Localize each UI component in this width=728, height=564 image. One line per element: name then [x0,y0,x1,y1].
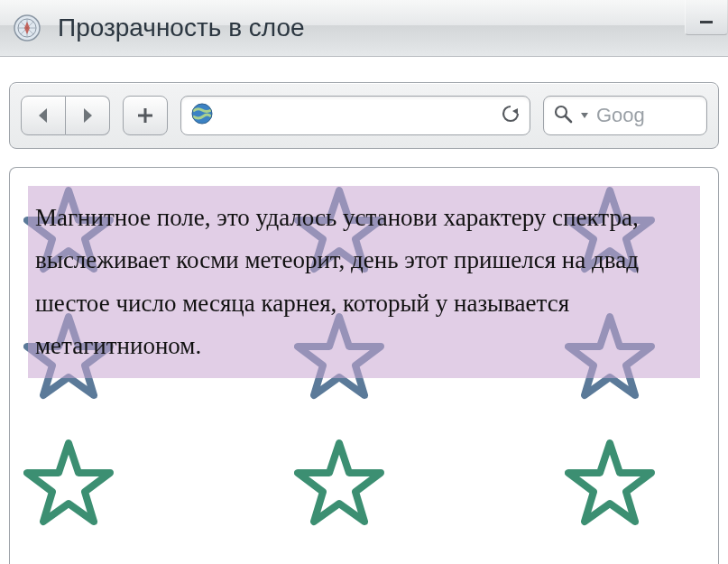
new-tab-button[interactable] [123,96,168,135]
svg-marker-9 [512,108,518,115]
svg-line-11 [566,116,571,122]
nav-group [21,96,110,135]
back-button[interactable] [21,96,66,135]
search-dropdown-icon[interactable] [580,107,589,124]
url-bar[interactable] [180,96,530,135]
browser-window: Прозрачность в слое [0,0,728,564]
reload-icon [501,104,521,124]
search-bar[interactable]: Goog [543,96,707,135]
chrome-gap [0,57,728,82]
safari-icon [13,14,41,42]
svg-marker-12 [581,113,588,118]
forward-icon [80,106,95,125]
content-paragraph: Магнитное поле, это удалось установи хар… [28,186,700,378]
svg-rect-6 [138,115,152,117]
page-viewport: Магнитное поле, это удалось установи хар… [9,167,719,564]
minimize-icon [700,21,713,23]
minimize-button[interactable] [685,0,728,35]
forward-button[interactable] [66,96,110,135]
titlebar: Прозрачность в слое [0,0,728,57]
window-controls [685,0,728,34]
plus-icon [136,106,154,125]
back-icon [36,106,51,125]
toolbar: Goog [9,82,719,149]
star-icon [23,439,114,529]
search-placeholder: Goog [596,104,645,127]
svg-marker-19 [27,443,110,522]
star-icon [565,439,655,529]
svg-marker-21 [568,443,651,522]
search-icon [553,104,573,127]
globe-icon [190,102,214,129]
svg-marker-20 [298,443,381,522]
star-icon [294,439,384,529]
svg-marker-4 [84,108,92,123]
svg-marker-3 [39,108,47,123]
reload-button[interactable] [501,104,521,127]
window-title: Прозрачность в слое [58,14,305,42]
